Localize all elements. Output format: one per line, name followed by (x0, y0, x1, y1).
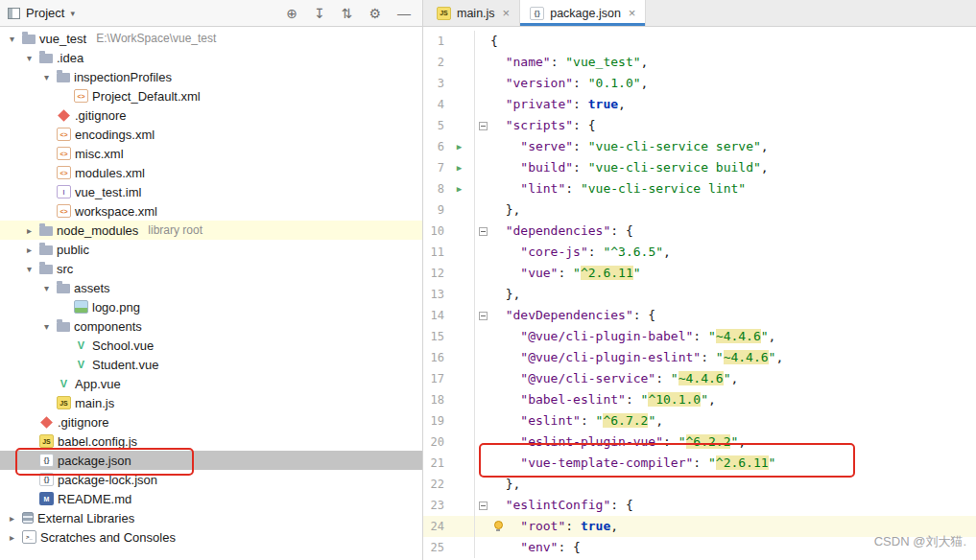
tree-item-assets[interactable]: ▾assets (0, 278, 422, 297)
tree-item-inspectionProfiles[interactable]: ▾inspectionProfiles (0, 67, 422, 86)
run-script-icon[interactable]: ▶ (457, 136, 462, 157)
tree-item-School.vue[interactable]: VSchool.vue (0, 336, 422, 355)
tree-item-main.js[interactable]: JSmain.js (0, 393, 422, 412)
scroll-to-source-icon[interactable]: ↧ (314, 7, 325, 20)
code-line-5[interactable]: 5 "scripts": { (423, 115, 976, 136)
tree-item-Project_Default.xml[interactable]: <>Project_Default.xml (0, 86, 422, 105)
collapse-all-icon[interactable]: ⇅ (342, 7, 353, 20)
tree-item-src[interactable]: ▾src (0, 259, 422, 278)
tree-item-package.json[interactable]: {}package.json (0, 451, 422, 470)
tree-item-logo.png[interactable]: logo.png (0, 297, 422, 316)
line-number: 5 (423, 115, 444, 136)
locate-file-icon[interactable]: ⊕ (286, 7, 298, 20)
chevron-right-icon[interactable]: ▸ (6, 532, 18, 543)
json-file-icon: {} (39, 454, 54, 467)
code-line-3[interactable]: 3 "version": "0.1.0", (423, 73, 976, 94)
code-line-2[interactable]: 2 "name": "vue_test", (423, 52, 976, 73)
chevron-down-icon[interactable]: ▾ (6, 34, 18, 44)
run-script-icon[interactable]: ▶ (457, 178, 462, 199)
code-line-9[interactable]: 9 }, (423, 199, 976, 221)
code-line-15[interactable]: 15 "@vue/cli-plugin-babel": "~4.4.6", (423, 326, 976, 347)
vue-file-icon: V (74, 338, 88, 352)
tree-item-public[interactable]: ▸public (0, 240, 422, 259)
tree-item-encodings.xml[interactable]: <>encodings.xml (0, 125, 422, 144)
code-line-21[interactable]: 21 "vue-template-compiler": "^2.6.11" (423, 453, 976, 474)
fold-column (475, 474, 490, 495)
line-number: 3 (423, 73, 444, 94)
code-line-16[interactable]: 16 "@vue/cli-plugin-eslint": "~4.4.6", (423, 347, 976, 368)
chevron-down-icon[interactable]: ▾ (70, 9, 75, 18)
chevron-right-icon[interactable]: ▸ (6, 513, 18, 524)
code-editor[interactable]: 1{2 "name": "vue_test",3 "version": "0.1… (423, 27, 976, 560)
watermark: CSDN @刘大猫. (874, 533, 966, 550)
tree-item-.idea[interactable]: ▾.idea (0, 48, 422, 67)
code-line-14[interactable]: 14 "devDependencies": { (423, 305, 976, 326)
code-line-8[interactable]: 8▶ "lint": "vue-cli-service lint" (423, 178, 976, 199)
code-line-7[interactable]: 7▶ "build": "vue-cli-service build", (423, 157, 976, 178)
tree-item-External Libraries[interactable]: ▸External Libraries (0, 508, 422, 527)
fold-marker-icon[interactable] (479, 312, 488, 320)
chevron-right-icon[interactable]: ▸ (23, 225, 36, 236)
line-number: 20 (423, 432, 444, 453)
tab-close-icon[interactable]: × (503, 6, 511, 20)
settings-gear-icon[interactable]: ⚙ (369, 7, 381, 20)
tree-item-package-lock.json[interactable]: {}package-lock.json (0, 470, 422, 489)
chevron-down-icon[interactable]: ▾ (40, 72, 53, 82)
chevron-right-icon[interactable]: ▸ (23, 245, 36, 255)
tree-item-modules.xml[interactable]: <>modules.xml (0, 163, 422, 182)
gutter-icon-slot (444, 495, 475, 516)
fold-marker-icon[interactable] (479, 122, 488, 130)
tree-item-vue_test[interactable]: ▾vue_testE:\WorkSpace\vue_test (0, 29, 422, 48)
hide-panel-icon[interactable]: — (397, 7, 411, 20)
code-text: "eslint-plugin-vue": "^6.2.2", (490, 432, 746, 453)
tree-item-workspace.xml[interactable]: <>workspace.xml (0, 201, 422, 221)
tree-item-components[interactable]: ▾components (0, 316, 422, 336)
tab-close-icon[interactable]: × (629, 6, 636, 20)
code-text: "vue": "^2.6.11" (490, 263, 641, 284)
tree-item-misc.xml[interactable]: <>misc.xml (0, 144, 422, 163)
code-text: "vue-template-compiler": "^2.6.11" (490, 453, 775, 474)
code-line-23[interactable]: 23 "eslintConfig": { (423, 495, 976, 516)
tree-item-label: workspace.xml (75, 204, 157, 219)
tree-item-Scratches and Consoles[interactable]: ▸>_Scratches and Consoles (0, 527, 422, 547)
code-line-1[interactable]: 1{ (423, 31, 976, 52)
project-tool-window-icon[interactable] (8, 8, 20, 19)
chevron-down-icon[interactable]: ▾ (23, 53, 36, 63)
code-line-17[interactable]: 17 "@vue/cli-service": "~4.4.6", (423, 368, 976, 389)
fold-marker-icon[interactable] (479, 502, 488, 510)
code-line-6[interactable]: 6▶ "serve": "vue-cli-service serve", (423, 136, 976, 157)
fold-column (475, 157, 490, 178)
code-line-11[interactable]: 11 "core-js": "^3.6.5", (423, 242, 976, 263)
code-line-19[interactable]: 19 "eslint": "^6.7.2", (423, 410, 976, 432)
tree-item-label: .gitignore (75, 108, 126, 123)
tree-item-.gitignore[interactable]: .gitignore (0, 412, 422, 432)
chevron-down-icon[interactable]: ▾ (40, 321, 53, 332)
tree-item-Student.vue[interactable]: VStudent.vue (0, 355, 422, 374)
gutter-icon-slot (444, 453, 475, 474)
project-view-selector[interactable]: Project (26, 6, 64, 20)
code-line-18[interactable]: 18 "babel-eslint": "^10.1.0", (423, 389, 976, 410)
chevron-down-icon[interactable]: ▾ (40, 283, 53, 293)
chevron-down-icon[interactable]: ▾ (23, 264, 36, 274)
tree-item-vue_test.iml[interactable]: Ivue_test.iml (0, 182, 422, 201)
tree-item-App.vue[interactable]: VApp.vue (0, 374, 422, 393)
tree-item-label: node_modules (57, 223, 138, 238)
tree-item-README.md[interactable]: MREADME.md (0, 489, 422, 508)
tab-label: main.js (457, 7, 495, 20)
tree-item-node_modules[interactable]: ▸node_moduleslibrary root (0, 221, 422, 240)
code-line-22[interactable]: 22 }, (423, 474, 976, 495)
editor-tab-main.js[interactable]: JSmain.js× (427, 0, 520, 26)
code-line-4[interactable]: 4 "private": true, (423, 94, 976, 115)
image-file-icon (74, 300, 88, 314)
tree-item-label: Scratches and Consoles (40, 530, 176, 545)
code-line-20[interactable]: 20 "eslint-plugin-vue": "^6.2.2", (423, 432, 976, 453)
code-line-12[interactable]: 12 "vue": "^2.6.11" (423, 263, 976, 284)
tree-item-babel.config.js[interactable]: JSbabel.config.js (0, 432, 422, 451)
run-script-icon[interactable]: ▶ (457, 157, 462, 178)
editor-tab-package.json[interactable]: {}package.json× (520, 0, 646, 26)
code-line-10[interactable]: 10 "dependencies": { (423, 221, 976, 242)
tree-item-.gitignore[interactable]: .gitignore (0, 105, 422, 125)
fold-marker-icon[interactable] (479, 227, 488, 236)
intention-bulb-icon[interactable] (494, 521, 503, 529)
code-line-13[interactable]: 13 }, (423, 284, 976, 305)
